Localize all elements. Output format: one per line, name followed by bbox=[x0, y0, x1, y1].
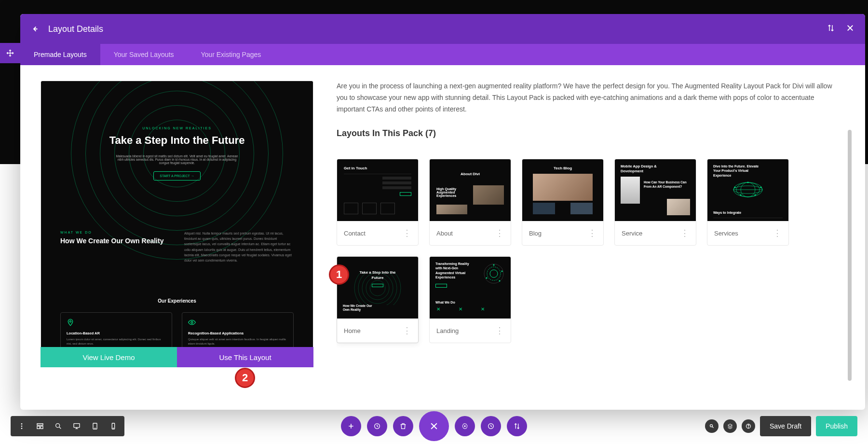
svg-point-35 bbox=[113, 428, 114, 429]
toolbar-left-group bbox=[11, 416, 124, 436]
feature-title: Location-Based AR bbox=[67, 331, 166, 335]
svg-point-26 bbox=[21, 428, 23, 429]
card-title: Contact bbox=[344, 230, 366, 237]
layout-card-landing[interactable]: Transforming Reality with Next-Gen Augme… bbox=[429, 256, 511, 343]
zoom-button[interactable] bbox=[50, 418, 67, 434]
card-title: Home bbox=[344, 327, 361, 334]
svg-point-24 bbox=[21, 423, 23, 425]
layout-card-contact[interactable]: Get in Touch Contact ⋮ bbox=[337, 159, 419, 246]
view-live-demo-button[interactable]: View Live Demo bbox=[41, 347, 177, 367]
feature-card: Recognition-Based Applications Quisque a… bbox=[182, 312, 294, 347]
portability-button[interactable] bbox=[507, 416, 527, 436]
close-builder-button[interactable] bbox=[419, 411, 449, 441]
svg-point-10 bbox=[740, 194, 742, 196]
svg-point-33 bbox=[95, 428, 95, 429]
add-button[interactable] bbox=[341, 416, 361, 436]
feature-text: Lorem ipsum dolor sit amet, consectetur … bbox=[67, 337, 166, 346]
help-button[interactable] bbox=[742, 419, 755, 433]
layout-card-service[interactable]: Mobile App Design & Development How Can … bbox=[614, 159, 696, 246]
card-thumbnail: About Divi High Quality Augmented Experi… bbox=[430, 159, 511, 221]
svg-point-0 bbox=[69, 320, 71, 322]
location-icon bbox=[67, 319, 74, 326]
svg-point-12 bbox=[370, 280, 385, 296]
svg-point-19 bbox=[490, 270, 498, 278]
save-draft-button[interactable]: Save Draft bbox=[760, 416, 811, 436]
svg-point-30 bbox=[56, 424, 60, 428]
radial-icon bbox=[483, 263, 505, 285]
svg-rect-27 bbox=[37, 424, 43, 425]
layout-details-modal: Layout Details Premade Layouts Your Save… bbox=[20, 14, 865, 410]
annotation-2: 2 bbox=[235, 368, 255, 388]
more-icon[interactable]: ⋮ bbox=[773, 229, 782, 237]
sec2-sub: WHAT WE DO bbox=[60, 231, 170, 234]
scrollbar[interactable] bbox=[848, 130, 852, 381]
layout-preview-image: UNLOCKING NEW REALITIES Take a Step Into… bbox=[41, 81, 313, 347]
preview-column: UNLOCKING NEW REALITIES Take a Step Into… bbox=[41, 81, 313, 410]
more-icon[interactable]: ⋮ bbox=[588, 229, 597, 237]
svg-point-41 bbox=[748, 427, 749, 428]
toolbar-center-group bbox=[341, 411, 527, 441]
svg-point-23 bbox=[486, 278, 488, 279]
move-handle[interactable] bbox=[0, 43, 20, 63]
delete-button[interactable] bbox=[393, 416, 413, 436]
right-column: Are you in the process of launching a ne… bbox=[337, 81, 845, 410]
card-title: Services bbox=[714, 230, 738, 237]
search-button[interactable] bbox=[705, 419, 719, 433]
more-options-button[interactable] bbox=[14, 418, 30, 434]
layouts-grid: Get in Touch Contact ⋮ bbox=[337, 159, 835, 343]
use-this-layout-button[interactable]: Use This Layout bbox=[177, 347, 313, 367]
card-thumbnail: Tech Blog bbox=[522, 159, 603, 221]
layout-card-services[interactable]: Dive Into the Future. Elevate Your Produ… bbox=[707, 159, 789, 246]
svg-point-21 bbox=[502, 271, 503, 272]
tablet-view-button[interactable] bbox=[87, 418, 103, 434]
svg-point-37 bbox=[464, 425, 465, 427]
feature-card: Location-Based AR Lorem ipsum dolor sit … bbox=[60, 312, 172, 347]
more-icon[interactable]: ⋮ bbox=[403, 326, 411, 335]
card-thumbnail: Transforming Reality with Next-Gen Augme… bbox=[430, 257, 511, 319]
svg-point-1 bbox=[191, 321, 193, 323]
tab-premade-layouts[interactable]: Premade Layouts bbox=[20, 44, 100, 65]
card-title: About bbox=[436, 230, 453, 237]
phone-view-button[interactable] bbox=[105, 418, 122, 434]
desktop-view-button[interactable] bbox=[68, 418, 85, 434]
more-icon[interactable]: ⋮ bbox=[680, 229, 689, 237]
close-icon[interactable] bbox=[846, 24, 854, 34]
tab-existing-pages[interactable]: Your Existing Pages bbox=[188, 44, 275, 65]
modal-header: Layout Details bbox=[20, 14, 865, 44]
card-title: Blog bbox=[529, 230, 542, 237]
preview-actions: View Live Demo Use This Layout bbox=[41, 347, 313, 367]
tab-saved-layouts[interactable]: Your Saved Layouts bbox=[100, 44, 188, 65]
modal-body: UNLOCKING NEW REALITIES Take a Step Into… bbox=[20, 65, 865, 410]
layout-card-home[interactable]: Take a Step Into the Future How We Creat… bbox=[337, 256, 419, 343]
page-settings-button[interactable] bbox=[455, 416, 475, 436]
bottom-toolbar: Save Draft Publish bbox=[0, 416, 868, 436]
layers-button[interactable] bbox=[723, 419, 737, 433]
tabs: Premade Layouts Your Saved Layouts Your … bbox=[20, 44, 865, 65]
card-thumbnail: Mobile App Design & Development How Can … bbox=[615, 159, 696, 221]
card-thumbnail: Take a Step Into the Future How We Creat… bbox=[337, 257, 418, 319]
svg-point-20 bbox=[493, 264, 495, 266]
globe-icon bbox=[731, 178, 765, 202]
move-icon bbox=[6, 49, 14, 57]
publish-button[interactable]: Publish bbox=[816, 416, 857, 436]
annotation-1: 1 bbox=[329, 264, 349, 285]
card-title: Service bbox=[622, 230, 642, 237]
more-icon[interactable]: ⋮ bbox=[495, 326, 504, 335]
expand-icon[interactable] bbox=[827, 24, 835, 34]
card-thumbnail: Dive Into the Future. Elevate Your Produ… bbox=[707, 159, 788, 221]
hero-cta: START A PROJECT → bbox=[153, 171, 200, 180]
card-thumbnail: Get in Touch bbox=[337, 159, 418, 221]
history-button[interactable] bbox=[481, 416, 501, 436]
settings-button[interactable] bbox=[367, 416, 387, 436]
svg-rect-31 bbox=[74, 424, 80, 428]
feature-text: Quisque aliquet velit sit amet sem inter… bbox=[188, 337, 287, 346]
layout-card-blog[interactable]: Tech Blog Blog ⋮ bbox=[522, 159, 604, 246]
back-arrow-icon[interactable] bbox=[31, 25, 40, 33]
svg-point-39 bbox=[710, 425, 712, 427]
layout-card-about[interactable]: About Divi High Quality Augmented Experi… bbox=[429, 159, 511, 246]
more-icon[interactable]: ⋮ bbox=[403, 229, 411, 237]
wireframe-view-button[interactable] bbox=[32, 418, 48, 434]
more-icon[interactable]: ⋮ bbox=[495, 229, 504, 237]
svg-point-11 bbox=[755, 194, 756, 196]
sec2-right: Aliquet nisl. Nulla tempor mauris sed pr… bbox=[184, 231, 294, 263]
